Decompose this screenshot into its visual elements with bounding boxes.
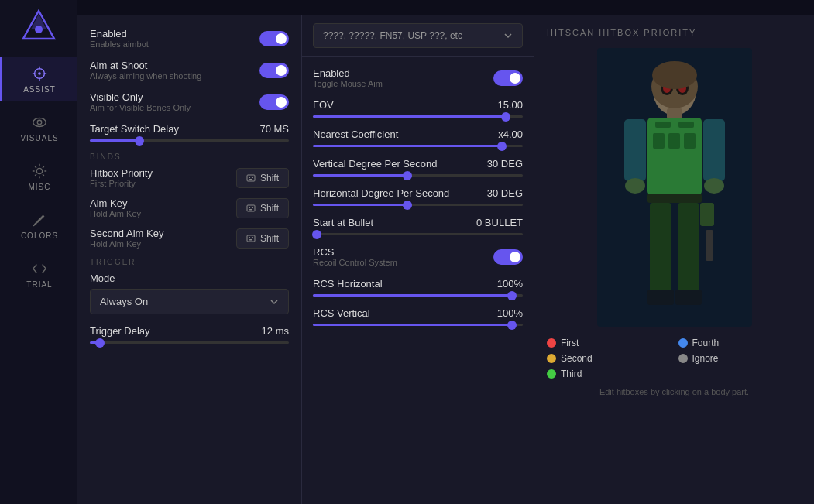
fov-track[interactable] (313, 115, 523, 118)
legend-first: First (547, 338, 671, 348)
svg-point-40 (625, 178, 645, 194)
mid-enabled-sublabel: Toggle Mouse Aim (313, 79, 383, 88)
svg-rect-21 (252, 237, 253, 238)
rcs-vertical-label: RCS Vertical (313, 307, 370, 319)
legend-fourth: Fourth (678, 338, 802, 348)
legend: First Fourth Second Ignore Third (547, 338, 802, 379)
start-at-bullet-track[interactable] (313, 233, 523, 235)
nearest-coeff-track[interactable] (313, 145, 523, 147)
legend-third-label: Third (561, 369, 582, 379)
second-aim-key-key[interactable]: Shift (236, 228, 289, 249)
svg-rect-42 (647, 194, 702, 203)
hitbox-priority-key-label: Shift (260, 173, 279, 183)
horizontal-dps-row: Horizontal Degree Per Second 30 DEG (313, 187, 523, 206)
svg-rect-32 (647, 118, 702, 195)
middle-panel-header: ????, ?????, FN57, USP ???, etc (302, 15, 534, 57)
svg-rect-45 (647, 290, 674, 305)
horizontal-dps-label: Horizontal Degree Per Second (313, 187, 449, 199)
legend-first-label: First (561, 338, 579, 348)
hitbox-priority-key[interactable]: Shift (236, 168, 289, 188)
start-at-bullet-row: Start at Bullet 0 BULLET (313, 217, 523, 235)
mid-enabled-setting: Enabled Toggle Mouse Aim (313, 67, 523, 88)
second-aim-key-key-label: Shift (260, 233, 279, 244)
enabled-toggle[interactable] (259, 31, 289, 46)
sidebar-item-misc-label: MISC (29, 183, 51, 191)
sidebar-item-trial[interactable]: TRIAL (0, 252, 77, 297)
vertical-dps-track[interactable] (313, 174, 523, 177)
rcs-horizontal-track[interactable] (313, 294, 523, 297)
svg-rect-18 (249, 209, 252, 211)
legend-third-dot (547, 369, 556, 379)
svg-rect-19 (247, 235, 255, 242)
start-at-bullet-label: Start at Bullet (313, 217, 373, 228)
sidebar: ASSIST VISUALS MISC COLORS TRIAL (0, 0, 77, 504)
enabled-sublabel: Enables aimbot (90, 39, 149, 49)
visible-only-toggle[interactable] (259, 94, 289, 110)
sidebar-item-assist[interactable]: ASSIST (0, 57, 77, 101)
code-icon (31, 260, 48, 277)
svg-point-30 (652, 61, 697, 89)
trigger-section-label: TRIGGER (90, 258, 289, 266)
weapon-selector-dropdown[interactable]: ????, ?????, FN57, USP ???, etc (313, 23, 523, 48)
nearest-coeff-label: Nearest Coefficient (313, 129, 398, 140)
svg-rect-12 (249, 177, 250, 178)
legend-fourth-dot (678, 338, 688, 348)
mid-enabled-toggle[interactable] (493, 70, 523, 86)
hitbox-priority-sublabel: First Priority (90, 179, 153, 188)
aim-key-bind: Aim Key Hold Aim Key Shift (90, 197, 289, 218)
rcs-horizontal-row: RCS Horizontal 100% (313, 278, 523, 297)
main-content: Enabled Enables aimbot Aim at Shoot Alwa… (77, 0, 814, 504)
rcs-vertical-track[interactable] (313, 324, 523, 326)
svg-rect-48 (706, 230, 713, 261)
enabled-setting: Enabled Enables aimbot (90, 28, 289, 49)
rcs-label: RCS (313, 246, 397, 258)
crosshair-icon (31, 65, 48, 82)
svg-rect-33 (655, 122, 671, 128)
mode-setting: Mode Always On (90, 273, 289, 314)
trigger-delay-row: Trigger Delay 12 ms (90, 325, 289, 344)
top-banner (77, 0, 814, 15)
legend-second-dot (547, 354, 556, 363)
sidebar-item-visuals-label: VISUALS (20, 134, 58, 142)
start-at-bullet-value: 0 BULLET (476, 217, 523, 228)
trigger-delay-track[interactable] (90, 341, 289, 344)
mode-label: Mode (90, 273, 289, 284)
sidebar-item-visuals[interactable]: VISUALS (0, 106, 77, 150)
svg-rect-17 (252, 207, 253, 208)
right-panel: HITSCAN HITBOX PRIORITY (534, 15, 814, 504)
sidebar-item-misc[interactable]: MISC (0, 155, 77, 199)
rcs-sublabel: Recoil Control System (313, 258, 397, 267)
rcs-toggle[interactable] (493, 249, 523, 265)
svg-rect-20 (249, 237, 250, 238)
weapon-selector-value: ????, ?????, FN57, USP ???, etc (323, 30, 462, 41)
target-switch-delay-track[interactable] (90, 139, 289, 142)
legend-ignore: Ignore (678, 353, 802, 364)
target-switch-delay-value: 70 MS (259, 123, 289, 135)
legend-third: Third (547, 369, 671, 379)
sidebar-item-colors[interactable]: COLORS (0, 204, 77, 248)
svg-rect-14 (249, 179, 252, 180)
character-figure[interactable] (597, 48, 752, 327)
trigger-delay-value: 12 ms (262, 325, 289, 337)
mode-dropdown[interactable]: Always On (90, 289, 289, 314)
svg-point-8 (33, 118, 46, 127)
svg-point-10 (36, 168, 42, 173)
panels-row: Enabled Enables aimbot Aim at Shoot Alwa… (77, 15, 814, 504)
horizontal-dps-track[interactable] (313, 204, 523, 206)
svg-rect-39 (703, 119, 725, 181)
logo (20, 8, 57, 45)
enabled-label: Enabled (90, 28, 149, 39)
aim-key-key-label: Shift (260, 203, 279, 214)
keyboard-icon-3 (246, 234, 256, 243)
svg-rect-36 (668, 133, 680, 149)
rcs-vertical-value: 100% (497, 307, 523, 319)
aim-at-shoot-toggle[interactable] (259, 63, 289, 78)
sidebar-item-trial-label: TRIAL (26, 280, 52, 289)
gear-icon (31, 163, 48, 180)
middle-panel: ????, ?????, FN57, USP ???, etc Enabled … (302, 15, 534, 504)
chevron-down-icon (270, 297, 279, 307)
legend-fourth-label: Fourth (692, 338, 720, 348)
legend-first-dot (547, 338, 556, 348)
aim-at-shoot-label: Aim at Shoot (90, 60, 201, 71)
aim-key-key[interactable]: Shift (236, 198, 289, 218)
